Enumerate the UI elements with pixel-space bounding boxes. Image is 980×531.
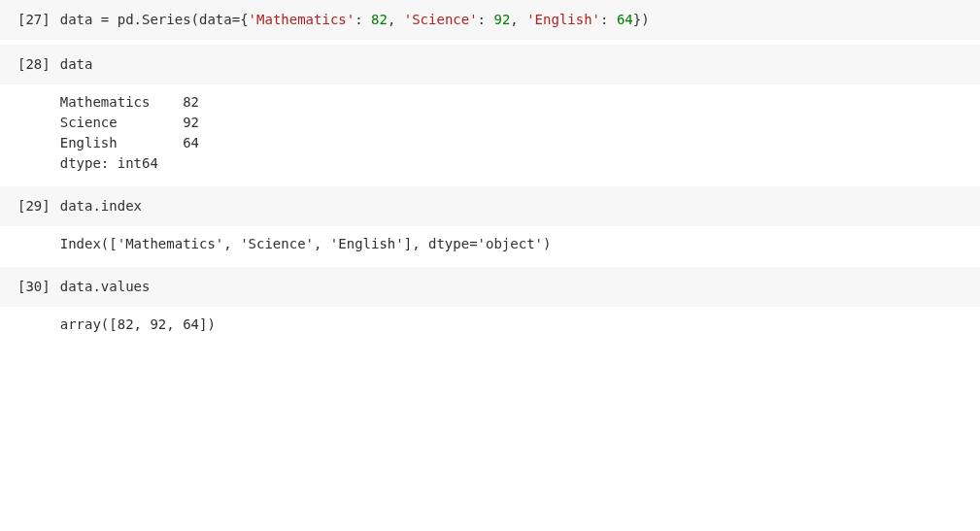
input-prompt: [30] <box>17 277 51 297</box>
input-prompt: [29] <box>17 196 51 216</box>
input-area[interactable]: [30] data.values <box>0 267 980 307</box>
code-content: data.index <box>60 196 142 216</box>
input-area[interactable]: [29] data.index <box>0 186 980 226</box>
output-area: [29] Index(['Mathematics', 'Science', 'E… <box>0 226 980 262</box>
code-content: data = pd.Series(data={'Mathematics': 82… <box>60 10 650 30</box>
cell-28: [28] data [28] Mathematics 82 Science 92… <box>0 45 980 182</box>
output-area: [30] array([82, 92, 64]) <box>0 307 980 343</box>
cell-30: [30] data.values [30] array([82, 92, 64]… <box>0 267 980 343</box>
output-content: array([82, 92, 64]) <box>60 315 216 335</box>
output-content: Mathematics 82 Science 92 English 64 dty… <box>60 92 199 174</box>
input-area[interactable]: [28] data <box>0 45 980 84</box>
code-content: data.values <box>60 277 151 297</box>
cell-27: [27] data = pd.Series(data={'Mathematics… <box>0 0 980 40</box>
code-content: data <box>60 54 93 75</box>
output-content: Index(['Mathematics', 'Science', 'Englis… <box>60 234 552 254</box>
input-area[interactable]: [27] data = pd.Series(data={'Mathematics… <box>0 0 980 40</box>
output-area: [28] Mathematics 82 Science 92 English 6… <box>0 84 980 182</box>
input-prompt: [27] <box>17 10 51 30</box>
input-prompt: [28] <box>17 54 51 75</box>
cell-29: [29] data.index [29] Index(['Mathematics… <box>0 186 980 262</box>
